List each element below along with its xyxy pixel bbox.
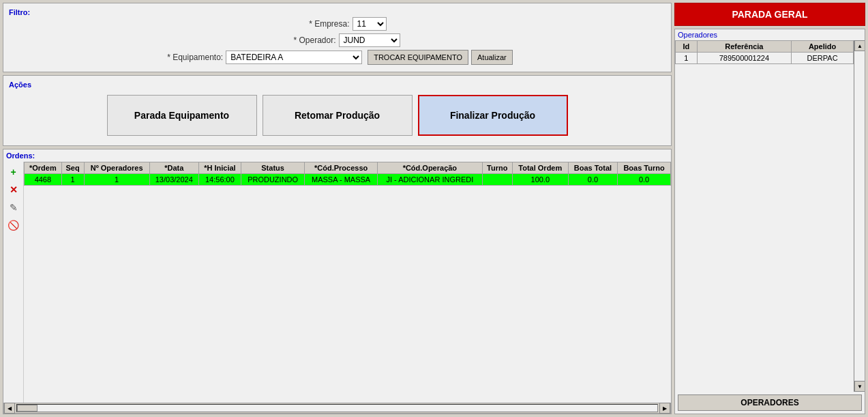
- operador-label: * Operador:: [275, 35, 336, 45]
- scrollbar-thumb[interactable]: [17, 405, 38, 412]
- col-cod-processo: *Cód.Processo: [305, 162, 378, 174]
- filter-label: Filtro:: [9, 8, 30, 16]
- filter-section: Filtro: * Empresa: 11 * Operador: JUND *…: [3, 3, 672, 72]
- table-cell: 100.0: [512, 174, 568, 186]
- operadores-label: Operadores: [675, 29, 865, 40]
- scroll-up-icon[interactable]: ▲: [854, 40, 865, 51]
- orders-table: *Ordem Seq Nº Operadores *Data *H Inicia…: [24, 162, 671, 186]
- col-num-operadores: Nº Operadores: [84, 162, 149, 174]
- cancel-order-icon[interactable]: 🚫: [6, 218, 21, 233]
- add-order-icon[interactable]: +: [6, 164, 21, 179]
- col-boas-turno: Boas Turno: [618, 162, 671, 174]
- operadores-table: Id Referência Apelido 1789500001224DERPA…: [675, 40, 854, 64]
- col-data: *Data: [149, 162, 198, 174]
- col-boas-total: Boas Total: [568, 162, 617, 174]
- orders-section: Ordens: + ✕ ✎ 🚫 *Ordem Seq Nº O: [3, 149, 672, 414]
- col-turno: Turno: [482, 162, 512, 174]
- col-op-id: Id: [676, 41, 698, 53]
- operadores-section: Operadores Id Referência Apelido: [674, 29, 865, 414]
- equipamento-label: * Equipamento:: [162, 53, 223, 62]
- table-cell: DERPAC: [792, 53, 854, 64]
- table-cell: 0.0: [618, 174, 671, 186]
- equipamento-select[interactable]: BATEDEIRA A: [226, 51, 362, 64]
- col-op-referencia: Referência: [697, 41, 792, 53]
- operador-select[interactable]: JUND: [339, 33, 400, 47]
- table-cell: PRODUZINDO: [241, 174, 305, 186]
- table-row[interactable]: 1789500001224DERPAC: [676, 53, 854, 64]
- col-total-ordem: Total Ordem: [512, 162, 568, 174]
- operadores-footer: OPERADORES: [675, 392, 865, 414]
- col-seq: Seq: [61, 162, 84, 174]
- parada-geral-button[interactable]: PARADA GERAL: [674, 3, 865, 26]
- finalizar-producao-button[interactable]: Finalizar Produção: [418, 95, 568, 136]
- operadores-button[interactable]: OPERADORES: [678, 394, 862, 411]
- table-cell: 4468: [25, 174, 62, 186]
- col-op-apelido: Apelido: [792, 41, 854, 53]
- table-cell: 1: [84, 174, 149, 186]
- table-cell: 13/03/2024: [149, 174, 198, 186]
- table-cell: [482, 174, 512, 186]
- orders-table-wrapper: *Ordem Seq Nº Operadores *Data *H Inicia…: [24, 162, 671, 403]
- empresa-select[interactable]: 11: [353, 17, 387, 31]
- trocar-equipamento-button[interactable]: TROCAR EQUIPAMENTO: [368, 50, 468, 65]
- table-cell: 789500001224: [697, 53, 792, 64]
- retomar-producao-button[interactable]: Retomar Produção: [263, 95, 413, 136]
- orders-label: Ordens:: [6, 152, 35, 160]
- table-cell: MASSA - MASSA: [305, 174, 378, 186]
- scrollbar-track[interactable]: [16, 404, 658, 412]
- table-cell: 14:56:00: [198, 174, 241, 186]
- actions-label: Ações: [9, 81, 31, 89]
- atualizar-button[interactable]: Atualizar: [471, 50, 513, 65]
- col-cod-operacao: *Cód.Operação: [378, 162, 483, 174]
- scroll-left-icon[interactable]: ◀: [4, 403, 15, 414]
- col-ordem: *Ordem: [25, 162, 62, 174]
- table-cell: 1: [61, 174, 84, 186]
- table-cell: 1: [676, 53, 698, 64]
- table-cell: JI - ADICIONAR INGREDI: [378, 174, 483, 186]
- table-row[interactable]: 44681113/03/202414:56:00PRODUZINDOMASSA …: [25, 174, 671, 186]
- horizontal-scrollbar[interactable]: ◀ ▶: [3, 403, 671, 414]
- scroll-down-icon[interactable]: ▼: [854, 381, 865, 392]
- table-cell: 0.0: [568, 174, 617, 186]
- delete-order-icon[interactable]: ✕: [6, 182, 21, 197]
- actions-section: Ações Parada Equipamento Retomar Produçã…: [3, 75, 672, 146]
- empresa-label: * Empresa:: [288, 19, 350, 29]
- operadores-scrollbar[interactable]: ▲ ▼: [854, 40, 865, 392]
- col-status: Status: [241, 162, 305, 174]
- scroll-right-icon[interactable]: ▶: [659, 403, 670, 414]
- edit-order-icon[interactable]: ✎: [6, 200, 21, 215]
- orders-toolbar: + ✕ ✎ 🚫: [3, 162, 24, 403]
- col-h-inicial: *H Inicial: [198, 162, 241, 174]
- parada-equipamento-button[interactable]: Parada Equipamento: [107, 95, 257, 136]
